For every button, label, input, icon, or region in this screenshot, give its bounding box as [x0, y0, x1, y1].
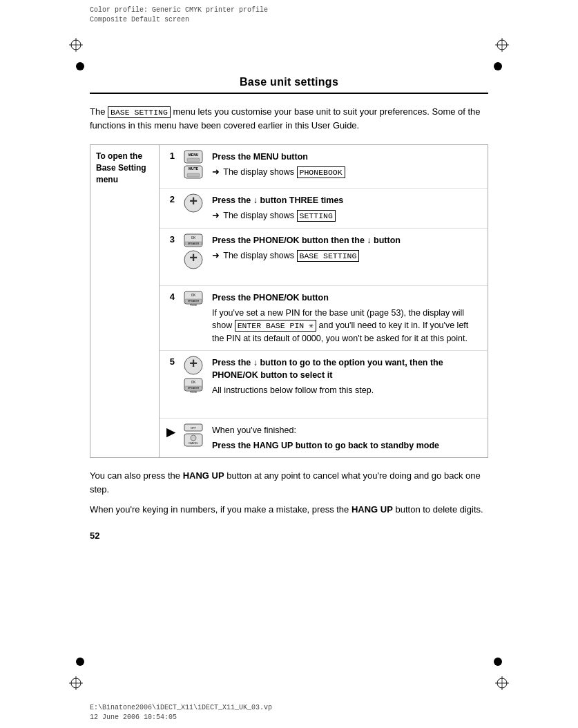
dot-mark-tl — [76, 62, 84, 70]
svg-point-41 — [191, 435, 196, 441]
step-number-1: 1 — [160, 145, 179, 188]
table-left-label: To open the Base Setting menu — [90, 145, 160, 457]
step-2-arrow: ➜ — [212, 210, 220, 220]
top-metadata: Color profile: Generic CMYK printer prof… — [90, 6, 268, 25]
intro-text1: The — [90, 106, 108, 117]
table-row: 1 MENU MUTE — [160, 145, 488, 189]
step-1-display: PHONEBOOK — [297, 166, 345, 178]
step-3-text: Press the PHONE/OK button then the ↓ but… — [208, 229, 488, 285]
svg-text:SPEAKER: SPEAKER — [188, 242, 200, 245]
main-content: Base unit settings The BASE SETTING menu… — [90, 76, 488, 652]
hang-up-instruction: Press the HANG UP button to go back to s… — [212, 441, 439, 450]
dot-mark-bl — [76, 658, 84, 666]
step-number-5: 5 — [160, 351, 179, 418]
svg-text:+: + — [189, 250, 198, 265]
page-title: Base unit settings — [90, 76, 488, 88]
ok-speakerphone-icon: OK SPEAKER PHONE — [182, 290, 205, 318]
bottom-metadata: E:\Binatone2006\iDECT_X1i\iDECT_X1i_UK_0… — [90, 703, 272, 722]
table-row: 2 + Press the ↓ button THREE times ➜ The… — [160, 189, 488, 229]
step-1-text: Press the MENU button ➜ The display show… — [208, 145, 488, 188]
footer-1-bold: HANG UP — [183, 470, 224, 481]
reg-mark-tl — [69, 38, 83, 52]
svg-text:CANCEL: CANCEL — [189, 442, 198, 445]
step-2-bold: Press the ↓ button THREE times — [212, 195, 343, 205]
step-bullet-text: When you've finished: Press the HANG UP … — [208, 419, 488, 457]
menu-mute-icon: MENU MUTE — [182, 149, 205, 184]
plus-button-icon: + — [182, 193, 205, 218]
reg-mark-tr — [495, 38, 509, 52]
footer-para-1: You can also press the HANG UP button at… — [90, 469, 488, 496]
step-number-bullet: ▶ — [160, 419, 179, 457]
step-4-bold: Press the PHONE/OK button — [212, 293, 329, 303]
step-5-bold: Press the ↓ button to go to the option y… — [212, 358, 443, 380]
svg-text:+: + — [189, 356, 198, 371]
title-rule — [90, 93, 488, 94]
table-row: 4 OK SPEAKER PHONE Press the PHONE/OK bu… — [160, 286, 488, 351]
step-icon-bullet: OFF CANCEL — [179, 419, 208, 457]
step-1-bold: Press the MENU button — [212, 152, 308, 162]
step-2-text: Press the ↓ button THREE times ➜ The dis… — [208, 189, 488, 228]
svg-text:SPEAKER: SPEAKER — [188, 387, 200, 390]
table-row: ▶ OFF CANCEL When you've finished: — [160, 419, 488, 457]
footer-2-text2: button to delete digits. — [393, 504, 483, 515]
step-5-detail: All instructions below follow from this … — [212, 384, 482, 396]
ok-speakerphone-plus-icon: OK SPEAKER + — [182, 233, 205, 281]
reg-mark-bl — [69, 676, 83, 690]
step-icon-4: OK SPEAKER PHONE — [179, 286, 208, 350]
svg-text:OK: OK — [191, 381, 196, 384]
step-number-2: 2 — [160, 189, 179, 228]
steps-column: 1 MENU MUTE — [160, 145, 488, 457]
svg-text:OK: OK — [191, 236, 196, 240]
plus-ok-speakerphone-icon: + OK SPEAKER PHONE — [182, 355, 205, 414]
step-icon-1: MENU MUTE — [179, 145, 208, 188]
page-number: 52 — [90, 530, 488, 541]
svg-text:OFF: OFF — [191, 426, 197, 430]
step-5-text: Press the ↓ button to go to the option y… — [208, 351, 488, 418]
footer-para-2: When you're keying in numbers, if you ma… — [90, 503, 488, 517]
step-4-text: Press the PHONE/OK button If you've set … — [208, 286, 488, 350]
svg-rect-14 — [187, 158, 200, 162]
svg-text:OK: OK — [191, 294, 196, 297]
when-finished-label: When you've finished: — [212, 424, 482, 437]
off-cancel-icon: OFF CANCEL — [182, 423, 205, 450]
intro-code: BASE SETTING — [108, 106, 171, 118]
footer-2-bold: HANG UP — [351, 504, 393, 515]
svg-rect-17 — [187, 173, 200, 177]
svg-text:MUTE: MUTE — [189, 166, 199, 171]
step-1-arrow: ➜ — [212, 166, 220, 177]
step-4-detail: If you've set a new PIN for the base uni… — [212, 307, 482, 345]
step-number-3: 3 — [160, 229, 179, 285]
table-row: 3 OK SPEAKER + — [160, 229, 488, 286]
svg-text:SPEAKER: SPEAKER — [188, 300, 200, 303]
dot-mark-br — [494, 658, 502, 666]
table-row: 5 + OK SPEAKER PHONE — [160, 351, 488, 419]
footer-1-text1: You can also press the — [90, 470, 183, 481]
svg-text:+: + — [189, 193, 198, 209]
footer-2-text1: When you're keying in numbers, if you ma… — [90, 504, 351, 515]
reg-mark-br — [495, 676, 509, 690]
svg-text:PHONE: PHONE — [190, 304, 198, 307]
step-icon-2: + — [179, 189, 208, 228]
intro-paragraph: The BASE SETTING menu lets you customise… — [90, 105, 488, 132]
step-icon-5: + OK SPEAKER PHONE — [179, 351, 208, 418]
svg-text:PHONE: PHONE — [190, 391, 198, 394]
step-number-4: 4 — [160, 286, 179, 350]
step-3-display: BASE SETTING — [297, 250, 360, 262]
step-2-display: SETTING — [297, 210, 336, 222]
dot-mark-tr — [494, 62, 502, 70]
steps-inner: To open the Base Setting menu 1 MENU — [90, 145, 488, 457]
step-4-display: ENTER BASE PIN ✳ — [235, 320, 316, 332]
step-3-bold: Press the PHONE/OK button then the ↓ but… — [212, 236, 401, 245]
step-3-arrow: ➜ — [212, 250, 220, 260]
step-icon-3: OK SPEAKER + — [179, 229, 208, 285]
svg-text:MENU: MENU — [189, 153, 199, 157]
steps-table: To open the Base Setting menu 1 MENU — [90, 144, 488, 458]
